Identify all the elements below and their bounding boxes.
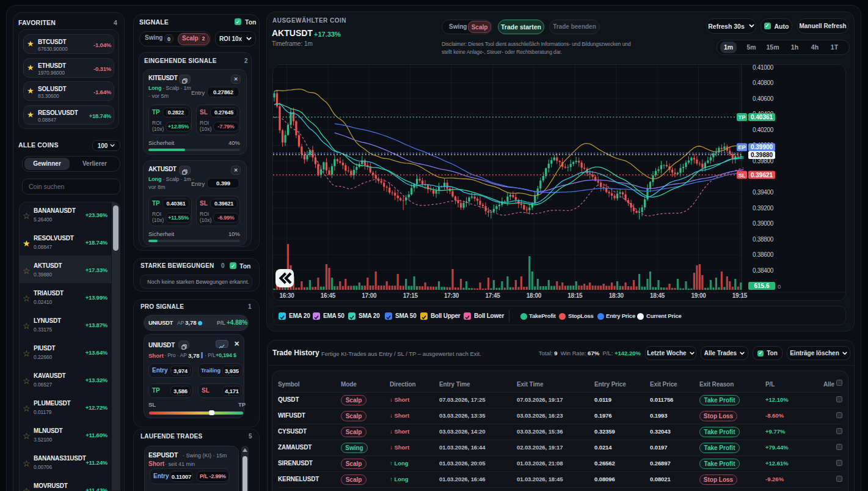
svg-text:0.41000: 0.41000 [753, 65, 774, 71]
svg-text:0.38600: 0.38600 [753, 251, 774, 258]
svg-text:16:30: 16:30 [279, 292, 294, 299]
svg-text:0: 0 [778, 283, 781, 290]
svg-text:17:30: 17:30 [444, 292, 459, 299]
svg-text:SL: SL [738, 172, 745, 179]
svg-text:0.40800: 0.40800 [753, 79, 774, 86]
svg-text:0.40600: 0.40600 [753, 95, 774, 102]
svg-text:18:30: 18:30 [609, 292, 624, 299]
svg-text:18:15: 18:15 [567, 292, 583, 299]
svg-text:0.39200: 0.39200 [753, 205, 774, 212]
svg-text:EP: EP [738, 144, 746, 150]
svg-text:19:00: 19:00 [691, 292, 706, 299]
svg-text:18:45: 18:45 [650, 292, 665, 299]
svg-text:0.39621: 0.39621 [751, 172, 773, 179]
svg-text:0.39880: 0.39880 [751, 152, 773, 158]
svg-text:0.38800: 0.38800 [753, 236, 774, 243]
svg-text:16:45: 16:45 [321, 292, 336, 299]
svg-text:0.40361: 0.40361 [751, 114, 773, 120]
svg-text:17:45: 17:45 [485, 292, 500, 299]
svg-text:18:00: 18:00 [527, 292, 542, 299]
svg-text:17:15: 17:15 [403, 292, 418, 299]
svg-text:17:00: 17:00 [362, 292, 377, 299]
svg-text:0.39000: 0.39000 [753, 220, 774, 227]
svg-text:TP: TP [738, 114, 746, 120]
svg-text:0.39900: 0.39900 [751, 144, 773, 150]
svg-text:19:15: 19:15 [732, 292, 748, 299]
svg-text:615.6: 615.6 [754, 282, 769, 289]
svg-text:0.38400: 0.38400 [753, 267, 774, 274]
svg-text:0.39400: 0.39400 [753, 189, 774, 196]
svg-text:0.40200: 0.40200 [753, 127, 774, 133]
